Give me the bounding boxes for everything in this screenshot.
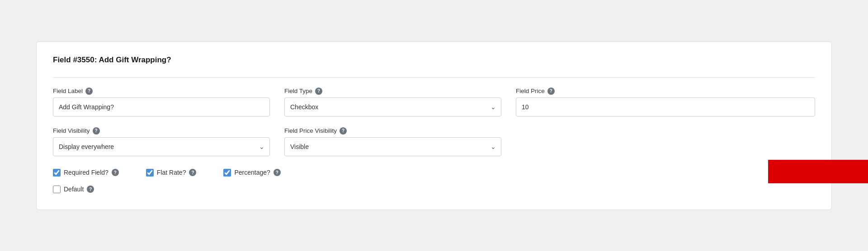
field-type-select[interactable]: Checkbox Text Select Radio Textarea	[284, 98, 501, 116]
field-type-help-icon[interactable]: ?	[315, 88, 322, 95]
default-help-icon[interactable]: ?	[87, 186, 94, 193]
field-label-group: Field Label ?	[53, 88, 270, 116]
percentage-label: Percentage?	[234, 169, 270, 176]
field-price-visibility-select[interactable]: Visible Hidden Admin only	[284, 137, 501, 156]
field-price-input[interactable]	[516, 98, 815, 116]
card-title: Field #3550: Add Gift Wrapping?	[53, 56, 815, 65]
field-price-label: Field Price ?	[516, 88, 815, 95]
percentage-item: Percentage? ?	[223, 169, 280, 177]
required-field-checkbox[interactable]	[53, 169, 61, 177]
field-price-visibility-select-wrapper: Visible Hidden Admin only ⌄	[284, 137, 501, 156]
field-card: Field #3550: Add Gift Wrapping? Field La…	[36, 42, 832, 210]
required-field-help-icon[interactable]: ?	[112, 169, 119, 176]
form-row-1: Field Label ? Field Type ? Checkbox Text…	[53, 88, 815, 116]
field-visibility-group: Field Visibility ? Display everywhere Hi…	[53, 127, 270, 156]
required-field-item: Required Field? ?	[53, 169, 119, 177]
default-row: Default ?	[53, 184, 815, 193]
field-price-help-icon[interactable]: ?	[547, 88, 555, 95]
field-type-label: Field Type ?	[284, 88, 501, 95]
percentage-checkbox[interactable]	[223, 169, 231, 177]
checkboxes-row: Required Field? ? Flat Rate? ? Percentag…	[53, 167, 815, 177]
field-visibility-label: Field Visibility ?	[53, 127, 270, 135]
field-price-visibility-group: Field Price Visibility ? Visible Hidden …	[284, 127, 501, 156]
default-label: Default	[64, 186, 84, 193]
flat-rate-label: Flat Rate?	[157, 169, 186, 176]
arrow-shaft	[768, 160, 868, 183]
red-arrow	[768, 155, 868, 188]
flat-rate-help-icon[interactable]: ?	[189, 169, 196, 176]
field-label-help-icon[interactable]: ?	[85, 88, 93, 95]
flat-rate-item: Flat Rate? ?	[146, 169, 197, 177]
field-price-visibility-label: Field Price Visibility ?	[284, 127, 501, 135]
red-arrow-container	[768, 155, 868, 188]
field-price-visibility-help-icon[interactable]: ?	[340, 127, 347, 135]
field-type-group: Field Type ? Checkbox Text Select Radio …	[284, 88, 501, 116]
divider-top	[53, 77, 815, 78]
field-visibility-help-icon[interactable]: ?	[93, 127, 100, 135]
field-visibility-select[interactable]: Display everywhere Hidden Admin only	[53, 137, 270, 156]
default-checkbox[interactable]	[53, 186, 61, 193]
default-item: Default ?	[53, 186, 94, 193]
form-row-2: Field Visibility ? Display everywhere Hi…	[53, 127, 815, 156]
field-visibility-select-wrapper: Display everywhere Hidden Admin only ⌄	[53, 137, 270, 156]
field-price-group: Field Price ?	[516, 88, 815, 116]
percentage-help-icon[interactable]: ?	[274, 169, 281, 176]
field-type-select-wrapper: Checkbox Text Select Radio Textarea ⌄	[284, 98, 501, 116]
required-field-label: Required Field?	[64, 169, 108, 176]
field-label-input[interactable]	[53, 98, 270, 116]
flat-rate-checkbox[interactable]	[146, 169, 154, 177]
field-label-label: Field Label ?	[53, 88, 270, 95]
